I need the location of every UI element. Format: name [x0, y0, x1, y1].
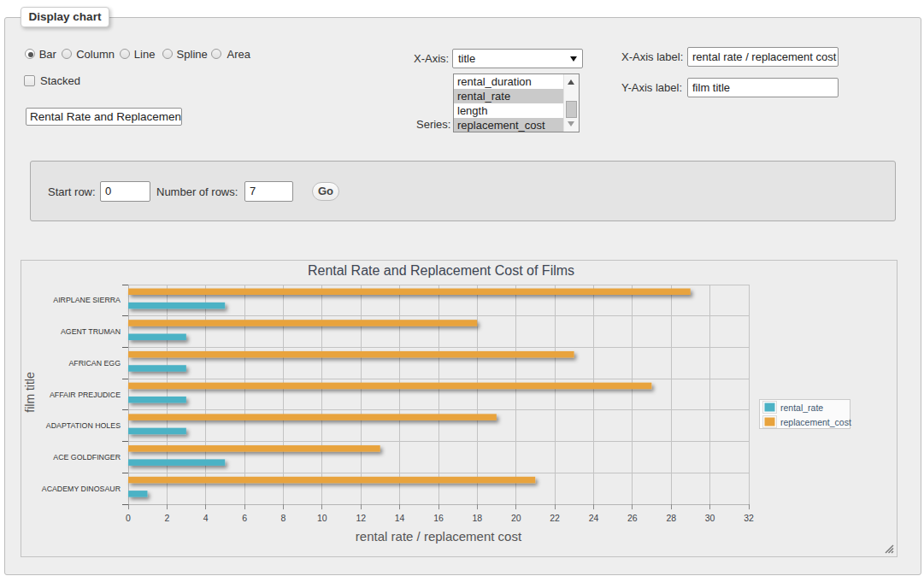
- svg-text:30: 30: [705, 513, 715, 523]
- svg-text:Rental Rate and Replacement Co: Rental Rate and Replacement Cost of Film…: [308, 263, 574, 278]
- svg-text:14: 14: [395, 513, 405, 523]
- svg-text:4: 4: [203, 513, 209, 523]
- svg-text:0: 0: [126, 513, 131, 523]
- svg-text:AIRPLANE SIERRA: AIRPLANE SIERRA: [53, 296, 121, 304]
- svg-text:AFRICAN EGG: AFRICAN EGG: [68, 359, 121, 367]
- svg-text:20: 20: [511, 513, 521, 523]
- svg-text:22: 22: [550, 513, 560, 523]
- svg-text:6: 6: [242, 513, 247, 523]
- svg-text:ACE GOLDFINGER: ACE GOLDFINGER: [53, 453, 121, 461]
- svg-text:rental_rate: rental_rate: [780, 403, 823, 413]
- svg-text:10: 10: [317, 513, 327, 523]
- svg-text:18: 18: [473, 513, 483, 523]
- svg-text:26: 26: [627, 513, 638, 523]
- svg-text:rental rate / replacement cost: rental rate / replacement cost: [356, 529, 522, 544]
- svg-text:film title: film title: [23, 372, 37, 413]
- svg-text:ADAPTATION HOLES: ADAPTATION HOLES: [46, 421, 121, 430]
- svg-text:28: 28: [666, 513, 676, 523]
- svg-text:AGENT TRUMAN: AGENT TRUMAN: [61, 327, 121, 336]
- svg-text:2: 2: [164, 513, 169, 523]
- svg-text:8: 8: [281, 513, 286, 523]
- svg-text:32: 32: [744, 513, 754, 523]
- svg-text:16: 16: [433, 513, 444, 523]
- svg-text:replacement_cost: replacement_cost: [780, 417, 851, 427]
- svg-text:AFFAIR PREJUDICE: AFFAIR PREJUDICE: [50, 391, 121, 399]
- svg-text:24: 24: [589, 513, 599, 523]
- svg-text:12: 12: [356, 513, 366, 523]
- svg-text:ACADEMY DINOSAUR: ACADEMY DINOSAUR: [42, 485, 121, 493]
